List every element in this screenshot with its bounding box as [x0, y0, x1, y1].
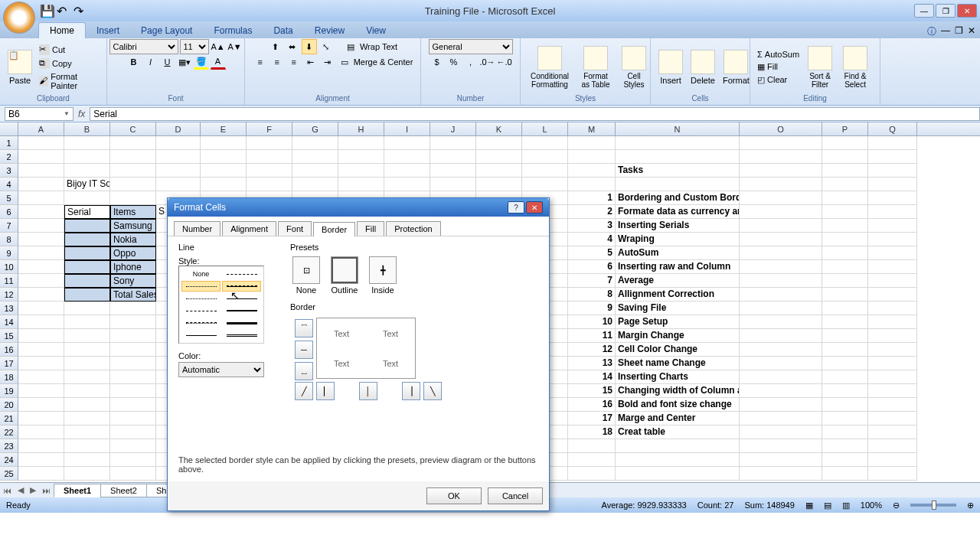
cell[interactable]: 5 [568, 246, 616, 260]
cell[interactable]: Formate data as currency and accouting v… [616, 205, 740, 219]
cell[interactable]: Samsung [110, 219, 156, 233]
cell[interactable] [64, 412, 110, 425]
cell[interactable] [110, 164, 156, 178]
name-box[interactable]: B6▼ [5, 107, 74, 121]
cell[interactable] [64, 439, 110, 453]
cell[interactable] [740, 288, 822, 302]
cell[interactable] [868, 205, 917, 219]
percent-icon[interactable]: % [446, 54, 462, 70]
cell[interactable] [64, 425, 110, 439]
cell[interactable] [868, 467, 917, 481]
row-header[interactable]: 11 [0, 274, 18, 288]
cell[interactable] [64, 467, 110, 481]
cell[interactable] [64, 150, 110, 164]
office-button[interactable] [3, 2, 35, 34]
comma-icon[interactable]: , [463, 54, 479, 70]
col-header[interactable]: E [201, 122, 247, 135]
line-color-select[interactable]: Automatic [178, 362, 264, 377]
cell[interactable] [476, 178, 522, 191]
cell[interactable] [616, 453, 740, 467]
increase-indent-icon[interactable]: ⇥ [320, 54, 335, 70]
cell[interactable]: 6 [568, 260, 616, 274]
fx-icon[interactable]: fx [78, 109, 85, 119]
cell[interactable] [110, 343, 156, 357]
cell[interactable] [156, 164, 201, 178]
cell[interactable] [338, 150, 384, 164]
cell[interactable] [64, 315, 110, 329]
font-name-select[interactable]: Calibri [109, 39, 178, 54]
cell[interactable]: Bold and font size change [616, 398, 740, 412]
cell[interactable] [64, 357, 110, 370]
cell[interactable] [522, 150, 568, 164]
cell[interactable] [64, 302, 110, 315]
cell[interactable] [110, 302, 156, 315]
cell[interactable]: Bijoy IT Solution [64, 178, 110, 191]
cell[interactable] [247, 178, 292, 191]
cell[interactable] [201, 136, 247, 150]
cell[interactable]: Average [616, 274, 740, 288]
sheet-tab-1[interactable]: Sheet1 [54, 484, 101, 497]
minimize-button[interactable]: — [914, 4, 934, 18]
number-format-select[interactable]: General [429, 39, 513, 54]
border-top-button[interactable]: ⎴ [295, 319, 313, 337]
close-button[interactable]: ✕ [957, 4, 977, 18]
cell[interactable]: 14 [568, 370, 616, 384]
cell[interactable] [292, 150, 338, 164]
font-color-button[interactable]: A [211, 54, 226, 70]
sheet-nav-next[interactable]: ▶ [27, 485, 39, 495]
cell[interactable] [868, 453, 917, 467]
cell[interactable] [476, 150, 522, 164]
cell[interactable] [292, 164, 338, 178]
sheet-nav-last[interactable]: ⏭ [39, 486, 54, 495]
cell[interactable] [740, 425, 822, 439]
fill-button[interactable]: ▦Fill [755, 61, 802, 73]
cell[interactable] [616, 467, 740, 481]
cell[interactable] [292, 136, 338, 150]
preset-outline-button[interactable]: Outline [328, 256, 361, 295]
col-header[interactable]: F [247, 122, 292, 135]
cell[interactable] [868, 260, 917, 274]
cell[interactable] [110, 370, 156, 384]
col-header[interactable]: P [822, 122, 868, 135]
preset-inside-button[interactable]: ╋Inside [367, 256, 399, 295]
cell[interactable] [18, 219, 64, 233]
cell[interactable] [64, 288, 110, 302]
cell[interactable] [616, 150, 740, 164]
cell[interactable] [64, 233, 110, 246]
row-header[interactable]: 2 [0, 150, 18, 164]
cell[interactable]: Inserting Serials [616, 219, 740, 233]
cell[interactable] [292, 178, 338, 191]
cell[interactable] [110, 425, 156, 439]
cell[interactable]: 10 [568, 315, 616, 329]
cell[interactable] [64, 329, 110, 343]
format-cells-button[interactable]: Format [720, 48, 753, 86]
cell[interactable] [476, 164, 522, 178]
cell[interactable] [868, 439, 917, 453]
cell[interactable] [822, 329, 868, 343]
row-header[interactable]: 23 [0, 439, 18, 453]
cell[interactable] [868, 357, 917, 370]
align-left-icon[interactable]: ≡ [253, 54, 268, 70]
sheet-tab-2[interactable]: Sheet2 [100, 484, 147, 497]
cell[interactable]: 12 [568, 343, 616, 357]
cell[interactable] [740, 191, 822, 205]
cell[interactable] [616, 439, 740, 453]
cell[interactable]: Cell Color Change [616, 343, 740, 357]
cell[interactable] [384, 178, 430, 191]
ok-button[interactable]: OK [426, 487, 482, 504]
cell[interactable] [568, 150, 616, 164]
cell[interactable] [338, 178, 384, 191]
row-header[interactable]: 20 [0, 398, 18, 412]
cell[interactable] [476, 136, 522, 150]
border-hmid-button[interactable]: ─ [295, 341, 313, 359]
cell[interactable] [740, 329, 822, 343]
align-top-icon[interactable]: ⬆ [268, 39, 283, 54]
cell[interactable] [822, 191, 868, 205]
dialog-tab-number[interactable]: Number [174, 221, 220, 236]
border-vmid-button[interactable]: │ [359, 382, 377, 400]
cell[interactable]: Margin Change [616, 329, 740, 343]
currency-icon[interactable]: $ [430, 54, 445, 70]
row-header[interactable]: 14 [0, 315, 18, 329]
restore-window-icon[interactable]: ❐ [955, 25, 963, 38]
cell[interactable] [740, 453, 822, 467]
